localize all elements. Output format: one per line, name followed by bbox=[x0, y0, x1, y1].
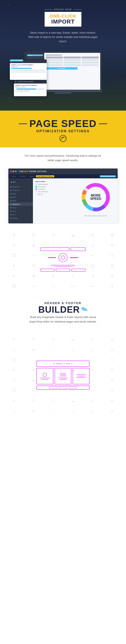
setting-item-1: Enable Minification bbox=[35, 184, 74, 185]
menu-dot-4 bbox=[10, 197, 11, 198]
hf-description: Build any imaginable header & footer lay… bbox=[24, 315, 102, 324]
mini-row-1 bbox=[11, 70, 45, 71]
menu-dot-3 bbox=[10, 193, 11, 194]
star-2: ✦ bbox=[115, 12, 116, 14]
menu-settings[interactable]: Settings bbox=[8, 216, 33, 220]
mini-row-2 bbox=[11, 72, 45, 72]
import-button[interactable]: IMPORT DEMO bbox=[46, 67, 78, 70]
table-header-1 bbox=[46, 56, 63, 58]
tab-customizer[interactable]: Customizer bbox=[18, 175, 27, 177]
mini-select-label: SELECT PAGES FOR IMPORT: bbox=[15, 90, 45, 92]
menu-appearance[interactable]: Appearance bbox=[8, 202, 33, 206]
icon2-cell-12: ⊕ bbox=[102, 344, 122, 355]
setting-item-2: CSS Combine bbox=[35, 186, 74, 188]
hf-builder-text: BUILDER bbox=[38, 305, 80, 314]
icon-cell-1: ✦ bbox=[4, 230, 24, 240]
menu-dot-9 bbox=[10, 214, 11, 215]
icon2-cell-41: ⊕ bbox=[83, 396, 102, 406]
icon-cell-25: ≡ bbox=[4, 271, 24, 281]
live-preview-badge: LIVE PREVIEW bbox=[10, 60, 23, 62]
wf2-col-3 bbox=[73, 368, 90, 384]
dashboard-main: About Creator: Enable Minification CSS C… bbox=[33, 178, 118, 224]
icon-cell-23: ⊕ bbox=[83, 260, 102, 271]
icon2-cell-37: ✦ bbox=[4, 396, 24, 406]
icon2-cell-42: ⊞ bbox=[102, 396, 122, 406]
mini-complete-label: COMPLETE PRE-BUILT WEBSITE bbox=[18, 81, 33, 82]
menu-plugins[interactable]: Plugins bbox=[8, 206, 33, 210]
icon-cell-32: ⊸ bbox=[24, 281, 43, 291]
icon2-cell-25: ≡ bbox=[4, 375, 24, 386]
icon-cell-3: ↺ bbox=[43, 230, 63, 240]
icon-cell-31: ⌧ bbox=[4, 281, 24, 291]
wf2-inner-line-2 bbox=[41, 379, 48, 380]
wf2-col-2 bbox=[55, 368, 72, 384]
menu-pages[interactable]: Pages bbox=[8, 192, 33, 196]
speed-description: For more speed and performance. Introduc… bbox=[24, 154, 102, 162]
wireframe-box-bottom-1 bbox=[40, 269, 55, 272]
menu-media[interactable]: Media bbox=[8, 199, 33, 202]
wireframe-circle-inner bbox=[61, 256, 65, 260]
wireframe-box-bottom-3 bbox=[71, 269, 86, 272]
icon2-cell-6: ⊞ bbox=[102, 334, 122, 344]
icon2-cell-47: ⊿ bbox=[83, 406, 102, 416]
wf2-footer bbox=[36, 386, 90, 390]
table-cell-8 bbox=[64, 64, 81, 66]
icon-cell-2: ⚙ bbox=[24, 230, 43, 240]
icon2-cell-40: ☁ bbox=[63, 396, 83, 406]
tab-support[interactable]: Support bbox=[28, 175, 35, 177]
setting-label-5: Defer JS bbox=[38, 194, 43, 195]
table-row-header bbox=[46, 56, 99, 58]
table-cell-6 bbox=[82, 62, 99, 64]
table-cell-4 bbox=[46, 62, 63, 64]
menu-posts[interactable]: Posts bbox=[8, 196, 33, 199]
checkbox-1[interactable] bbox=[35, 184, 37, 185]
mini-screen-1: LIVE PREVIEW GENERAL, ICE & CRYPTOCURREN… bbox=[10, 60, 47, 80]
window-maximize-dot bbox=[15, 170, 16, 172]
setting-item-3: JS Combine bbox=[35, 188, 74, 190]
tab-general[interactable]: General bbox=[10, 175, 17, 177]
menu-users[interactable]: Users bbox=[8, 210, 33, 213]
icon-cell-13: ⌧ bbox=[4, 250, 24, 260]
checkbox-3[interactable] bbox=[35, 188, 37, 190]
donut-chart-column: MORE SPEED "Start testing". Achieve to "… bbox=[76, 181, 115, 216]
checkbox-5[interactable] bbox=[35, 193, 37, 195]
icon2-cell-39: ↺ bbox=[43, 396, 63, 406]
builder-wireframe bbox=[40, 247, 86, 272]
settings-list: Enable Minification CSS Combine JS Combi… bbox=[35, 184, 74, 195]
wf2-image-placeholder bbox=[60, 373, 66, 377]
icon-cell-34: ⊶ bbox=[63, 281, 83, 291]
import-mockup: THEGEM IMAGE PAGES PORTFOLIO bbox=[8, 51, 118, 94]
hf-title-large: BUILDER ✎ bbox=[38, 305, 88, 314]
purge-cache-button[interactable]: Purge All ThemeGem Cache bbox=[100, 175, 116, 177]
wireframe-box-bottom-2 bbox=[56, 269, 70, 272]
pagespeed-header-section: PAGE SPEED OPTIMIZATION SETTINGS bbox=[0, 110, 126, 148]
checkbox-2[interactable] bbox=[35, 186, 37, 188]
setting-label-2: CSS Combine bbox=[38, 186, 46, 187]
mini-body-1: GENERAL, ICE & CRYPTOCURRENCY Installati… bbox=[10, 63, 47, 74]
wf2-inner-line-5 bbox=[76, 374, 86, 375]
pagespeed-subtitle: OPTIMIZATION SETTINGS bbox=[36, 130, 90, 133]
icon2-cell-1: ✦ bbox=[4, 334, 24, 344]
icon2-cell-10: ∿ bbox=[63, 344, 83, 355]
menu-dot bbox=[10, 186, 11, 187]
builder-icons-section: ✦ ⚙ ↺ ☁ ⊕ ⊞ ≡ ◈ ⌖ ∿ ⊿ ⊕ ⌧ ⊸ ⊹ ⊶ ⊷ ⊻ ✦ ⚙ … bbox=[0, 224, 126, 295]
tab-optimization[interactable]: Page Optimization Settings bbox=[36, 175, 54, 177]
wireframe-box-top-right bbox=[71, 247, 86, 251]
wireframe-line-right bbox=[70, 257, 78, 258]
table-row-1 bbox=[46, 60, 99, 61]
icon2-cell-45: ⌖ bbox=[43, 406, 63, 416]
builder-mockup-section: ✦ ⚙ ↺ ☁ ⊕ ⊞ ≡ ◈ ⌖ ∿ ⊿ ⊕ ⌧ ⊸ ⊹ ⊶ ⊷ ⊻ ✦ ⚙ … bbox=[0, 330, 126, 420]
menu-tools[interactable]: Tools bbox=[8, 213, 33, 216]
wireframe-lines bbox=[51, 264, 75, 268]
menu-customizer[interactable]: Customizer bbox=[8, 188, 33, 192]
icon2-cell-3: ↺ bbox=[43, 334, 63, 344]
icon-cell-6: ⊞ bbox=[102, 230, 122, 240]
dashboard-logo: THEGEM THEME OPTIONS bbox=[19, 170, 47, 172]
icon2-cell-44: ◈ bbox=[24, 406, 43, 416]
icon2-cell-46: ∿ bbox=[63, 406, 83, 416]
sidebar-item-1 bbox=[27, 57, 43, 58]
menu-dashboard[interactable]: Dashboard bbox=[8, 185, 33, 188]
table-cell-2 bbox=[64, 60, 81, 61]
checkbox-4[interactable] bbox=[35, 191, 37, 192]
icon-cell-33: ⊹ bbox=[43, 281, 63, 291]
